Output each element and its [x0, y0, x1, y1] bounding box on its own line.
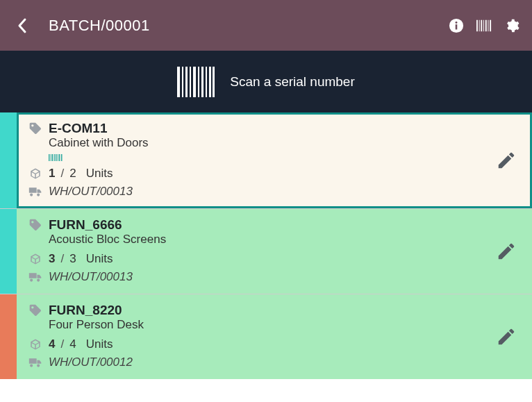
svg-rect-3 [476, 19, 478, 31]
svg-rect-21 [51, 154, 51, 161]
svg-rect-24 [56, 154, 57, 161]
svg-rect-25 [58, 154, 58, 161]
line-card: E-COM11 Cabinet with Doors 1 / 2 Units [17, 112, 532, 208]
picking-color-stripe [0, 209, 17, 294]
product-description: Four Person Desk [49, 318, 521, 332]
line-row[interactable]: FURN_8220 Four Person Desk 4 / 4 Units [0, 294, 532, 379]
svg-rect-8 [488, 19, 489, 31]
pencil-icon [496, 326, 517, 347]
product-icon [28, 167, 43, 180]
picking-color-stripe [0, 294, 17, 379]
picking-name: WH/OUT/00013 [49, 270, 133, 284]
svg-rect-20 [49, 154, 50, 161]
svg-rect-17 [206, 67, 207, 97]
uom-label: Units [86, 167, 113, 181]
picking-name: WH/OUT/00012 [49, 355, 133, 369]
truck-icon [28, 357, 43, 368]
svg-rect-14 [193, 67, 196, 97]
scan-prompt-bar[interactable]: Scan a serial number [0, 51, 532, 112]
product-description: Cabinet with Doors [49, 136, 521, 150]
svg-rect-23 [54, 154, 55, 161]
tag-icon [28, 122, 43, 135]
qty-done: 1 [49, 167, 55, 181]
svg-rect-6 [483, 19, 484, 31]
picking-name: WH/OUT/00013 [49, 185, 133, 199]
svg-rect-12 [185, 67, 188, 97]
svg-rect-26 [59, 154, 60, 161]
barcode-large-icon [177, 67, 215, 97]
svg-rect-13 [190, 67, 191, 97]
svg-rect-7 [485, 19, 487, 31]
svg-rect-27 [61, 154, 63, 161]
product-code: FURN_8220 [49, 303, 122, 318]
uom-label: Units [86, 252, 113, 266]
line-card: FURN_6666 Acoustic Bloc Screens 3 / 3 Un… [17, 209, 532, 294]
pencil-icon [496, 241, 517, 262]
tag-icon [28, 303, 43, 317]
truck-icon [28, 271, 43, 283]
uom-label: Units [86, 337, 113, 351]
edit-button[interactable] [496, 150, 517, 171]
barcode-button[interactable] [476, 18, 492, 33]
scan-prompt-message: Scan a serial number [230, 74, 355, 90]
header-actions [449, 18, 519, 33]
qty-done: 4 [49, 337, 55, 351]
barcode-icon [476, 19, 492, 32]
svg-rect-10 [177, 67, 180, 97]
picking-color-stripe [0, 112, 17, 208]
product-description: Acoustic Bloc Screens [49, 233, 521, 246]
qty-demand: 4 [69, 337, 76, 351]
app-header: BATCH/00001 [0, 0, 532, 51]
svg-rect-11 [182, 67, 183, 97]
svg-rect-1 [456, 24, 458, 29]
qty-separator: / [60, 167, 64, 181]
lines-list: E-COM11 Cabinet with Doors 1 / 2 Units [0, 112, 532, 379]
qty-separator: / [60, 337, 64, 351]
info-icon [449, 18, 464, 33]
svg-rect-22 [52, 154, 53, 161]
truck-icon [28, 186, 43, 197]
product-icon [28, 253, 43, 265]
edit-button[interactable] [496, 326, 517, 347]
product-code: E-COM11 [49, 121, 107, 136]
settings-button[interactable] [504, 18, 519, 33]
qty-demand: 3 [69, 252, 76, 266]
svg-rect-9 [490, 19, 491, 31]
info-button[interactable] [449, 18, 464, 33]
svg-rect-19 [213, 67, 215, 97]
qty-separator: / [60, 252, 64, 266]
mini-barcode-icon [49, 154, 521, 161]
gear-icon [504, 18, 519, 33]
svg-rect-5 [481, 19, 482, 31]
product-code: FURN_6666 [49, 217, 122, 233]
qty-done: 3 [49, 252, 55, 266]
pencil-icon [496, 150, 517, 171]
svg-point-2 [456, 21, 458, 23]
edit-button[interactable] [496, 241, 517, 262]
page-title: BATCH/00001 [49, 17, 449, 35]
svg-rect-18 [209, 67, 211, 97]
svg-rect-4 [479, 19, 480, 31]
tag-icon [28, 218, 43, 232]
product-icon [28, 338, 43, 351]
back-button[interactable] [8, 17, 36, 34]
svg-rect-16 [201, 67, 203, 97]
line-row[interactable]: FURN_6666 Acoustic Bloc Screens 3 / 3 Un… [0, 208, 532, 294]
chevron-left-icon [17, 17, 27, 34]
line-card: FURN_8220 Four Person Desk 4 / 4 Units [17, 294, 532, 379]
svg-rect-15 [198, 67, 199, 97]
qty-demand: 2 [69, 167, 76, 181]
line-row[interactable]: E-COM11 Cabinet with Doors 1 / 2 Units [0, 112, 532, 208]
